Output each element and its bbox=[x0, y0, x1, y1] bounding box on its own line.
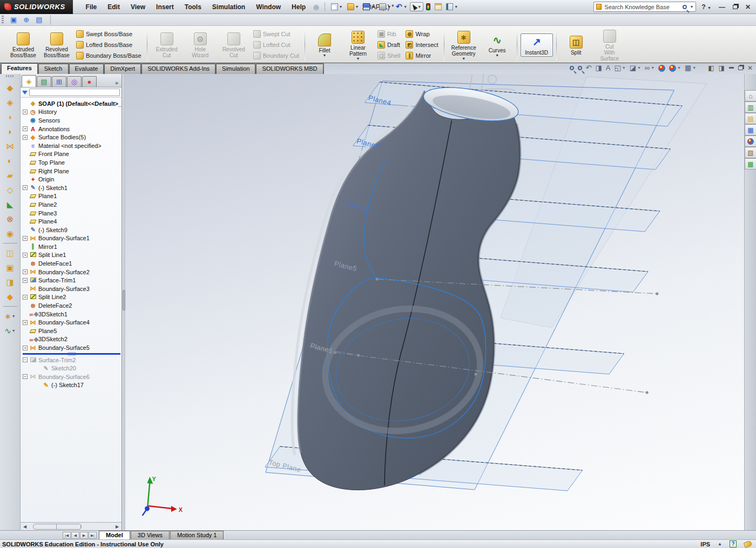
offset-surface-button[interactable]: ◇ bbox=[0, 182, 20, 197]
intersect-button[interactable]: ◩Intersect bbox=[403, 40, 440, 50]
lofted-surface-button[interactable]: ◗ bbox=[0, 124, 20, 139]
lofted-boss-base-button[interactable]: Lofted Boss/Base bbox=[74, 40, 144, 50]
tree-item-split-line1[interactable]: +Split Line1 bbox=[23, 251, 122, 260]
new-dropdown-icon[interactable]: ▼ bbox=[339, 5, 343, 9]
doc-close-icon[interactable]: ✕ bbox=[747, 64, 753, 72]
reference-geometry-button[interactable]: ∗Reference Geometry▼ bbox=[448, 29, 480, 62]
expand-icon[interactable]: − bbox=[23, 374, 28, 379]
print-dropdown-icon[interactable]: ▼ bbox=[387, 5, 391, 9]
tab-features[interactable]: Features bbox=[1, 63, 38, 74]
expand-icon[interactable]: − bbox=[23, 357, 28, 362]
tree-item-annotations[interactable]: +AAnnotations bbox=[23, 125, 122, 133]
instant3d-button[interactable]: ↗Instant3D bbox=[521, 33, 553, 57]
tag-icon[interactable] bbox=[744, 540, 753, 547]
tree-item-surface-bodies-5-[interactable]: +◆Surface Bodies(5) bbox=[23, 133, 122, 141]
file-explorer-button[interactable]: ▤ bbox=[745, 113, 756, 124]
sketch-settings-icon[interactable]: ▣ bbox=[7, 16, 20, 24]
configurationmanager-tab[interactable]: ⊞ bbox=[52, 76, 66, 87]
forum-button[interactable]: ▩ bbox=[745, 158, 756, 170]
bottom-tab-motion-study-1[interactable]: Motion Study 1 bbox=[170, 531, 224, 539]
undo-button[interactable]: ↶▼ bbox=[394, 2, 409, 11]
menu-insert[interactable]: Insert bbox=[151, 1, 179, 13]
options-dropdown-icon[interactable]: ▼ bbox=[454, 5, 458, 9]
extend-surface-button[interactable]: ◫ bbox=[0, 246, 20, 260]
rollback-bar[interactable] bbox=[23, 353, 120, 355]
expand-icon[interactable]: + bbox=[23, 295, 28, 300]
menu-edit[interactable]: Edit bbox=[102, 1, 125, 13]
doc-restore-icon[interactable] bbox=[738, 66, 743, 70]
appearance-settings-icon[interactable]: ⊕ bbox=[20, 16, 32, 24]
delete-face-button[interactable]: ⊗ bbox=[0, 212, 20, 226]
hide-show-items-dropdown-icon[interactable]: ▼ bbox=[651, 64, 654, 72]
curves-dropdown-icon[interactable]: ▼ bbox=[495, 54, 499, 57]
tab-dimxpert[interactable]: DimXpert bbox=[104, 64, 141, 74]
zoom-to-fit-button[interactable] bbox=[570, 66, 574, 70]
tree-item--sketch17[interactable]: ✎(-) Sketch17 bbox=[36, 381, 122, 390]
tree-item-boundary-surface3[interactable]: ⋈Boundary-Surface3 bbox=[23, 285, 122, 293]
design-library-button[interactable]: ▥ bbox=[745, 102, 756, 113]
help-button[interactable]: ? ▼ bbox=[699, 3, 713, 11]
search-box[interactable]: Search Knowledge Base ▼ bbox=[593, 2, 696, 12]
swept-surface-button[interactable]: ◖ bbox=[0, 110, 20, 124]
tree-item-mirror1[interactable]: ∥Mirror1 bbox=[23, 242, 122, 251]
tree-horizontal-scrollbar[interactable]: ◀ ▶ bbox=[21, 522, 122, 530]
tab-sketch[interactable]: Sketch bbox=[38, 64, 69, 74]
tree-item-boundary-surface4[interactable]: +⋈Boundary-Surface4 bbox=[23, 318, 122, 327]
fillet-button[interactable]: Fillet▼ bbox=[308, 31, 341, 58]
reference-geometry-dropdown-icon[interactable]: ▼ bbox=[462, 57, 465, 60]
graphics-viewport[interactable]: Plane4 Plane3 Plane2 Plane5 Plane1 Top P… bbox=[125, 74, 744, 530]
trim-surface-button[interactable]: ▣ bbox=[0, 260, 20, 275]
view-settings-button[interactable]: ▦▼ bbox=[685, 64, 696, 72]
tree-item-surface-trim1[interactable]: +Surface-Trim1 bbox=[23, 276, 122, 285]
ruled-surface-button[interactable]: ◣ bbox=[0, 197, 20, 212]
swept-boss-base-button[interactable]: Swept Boss/Base bbox=[74, 29, 144, 39]
display-style-dropdown-icon[interactable]: ▼ bbox=[637, 64, 641, 72]
apply-scene-dropdown-icon[interactable]: ▼ bbox=[677, 64, 681, 72]
apply-scene-button[interactable]: ▼ bbox=[669, 64, 681, 72]
displaymanager-tab[interactable]: ● bbox=[82, 76, 97, 87]
revolved-boss-base-button[interactable]: Revolved Boss/Base bbox=[40, 30, 73, 59]
first-tab-icon[interactable]: |◀ bbox=[63, 532, 71, 539]
menu-window[interactable]: Window bbox=[251, 1, 286, 13]
section-view-button[interactable]: ◨ bbox=[595, 64, 602, 72]
display-style-button[interactable]: ◪▼ bbox=[630, 64, 641, 72]
untrim-surface-button[interactable]: ◨ bbox=[0, 275, 20, 289]
panel-tabs-more-icon[interactable]: » bbox=[113, 79, 120, 87]
tree-item-top-plane[interactable]: Top Plane bbox=[23, 158, 122, 167]
boundary-boss-base-button[interactable]: Boundary Boss/Base bbox=[74, 51, 144, 61]
new-button[interactable]: ▼ bbox=[329, 2, 345, 11]
tab-simulation[interactable]: Simulation bbox=[216, 64, 255, 74]
linear-pattern-dropdown-icon[interactable]: ▼ bbox=[356, 57, 360, 60]
save-button[interactable]: ▼ bbox=[361, 2, 376, 11]
minimize-button[interactable]: — bbox=[717, 3, 727, 11]
expand-icon[interactable]: + bbox=[23, 185, 28, 190]
featuremanager-tab[interactable]: ◈ bbox=[22, 75, 36, 87]
scroll-right-icon[interactable]: ▶ bbox=[113, 524, 121, 529]
expand-icon[interactable]: + bbox=[23, 253, 28, 258]
wrap-button[interactable]: ◍Wrap bbox=[403, 29, 440, 39]
fillet-dropdown-icon[interactable]: ▼ bbox=[323, 54, 327, 57]
tree-item-origin[interactable]: ⌖Origin bbox=[23, 175, 122, 184]
propertymanager-tab[interactable]: ▤ bbox=[37, 76, 51, 87]
view-settings-dropdown-icon[interactable]: ▼ bbox=[692, 64, 696, 72]
print-button[interactable]: ▼ bbox=[377, 2, 393, 11]
tree-item-history[interactable]: +◷History bbox=[23, 108, 122, 117]
close-button[interactable]: ✕ bbox=[743, 3, 753, 11]
restore-button[interactable] bbox=[731, 3, 740, 11]
tree-item-boundary-surface1[interactable]: +⋈Boundary-Surface1 bbox=[23, 234, 122, 243]
last-tab-icon[interactable]: ▶| bbox=[89, 532, 97, 539]
previous-view-button[interactable]: ↶ bbox=[586, 64, 592, 72]
custom-properties-button[interactable]: ▧ bbox=[745, 147, 756, 158]
splitter-handle[interactable] bbox=[123, 290, 125, 310]
next-tab-icon[interactable]: ▶ bbox=[80, 532, 88, 539]
search-icon[interactable] bbox=[683, 5, 687, 9]
revolved-surface-button[interactable]: ◈ bbox=[0, 95, 20, 110]
curves-button[interactable]: ∿Curves▼ bbox=[481, 31, 514, 58]
view-orientation-dropdown-icon[interactable]: ▼ bbox=[622, 64, 626, 72]
search-input[interactable]: Search Knowledge Base bbox=[604, 4, 680, 10]
bottom-tab-3d-views[interactable]: 3D Views bbox=[131, 531, 170, 539]
tab-solidworks-add-ins[interactable]: SOLIDWORKS Add-Ins bbox=[141, 64, 215, 74]
annotation-3d-view-button[interactable]: A bbox=[606, 64, 611, 72]
filter-icon[interactable] bbox=[22, 91, 28, 94]
file-properties-button[interactable] bbox=[433, 2, 443, 11]
